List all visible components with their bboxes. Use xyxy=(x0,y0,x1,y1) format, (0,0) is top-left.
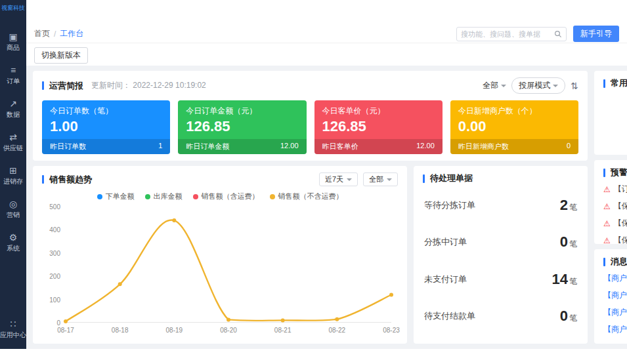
briefing-header: 运营简报 更新时间： 2022-12-29 10:19:02 全部 投屏模式 xyxy=(42,77,578,94)
alert-item[interactable]: ⚠ 【保质期】 xyxy=(603,235,627,244)
breadcrumb-current[interactable]: 工作台 xyxy=(60,28,83,39)
x-tick-label: 08-23 xyxy=(383,327,400,334)
alert-item[interactable]: ⚠ 【订单】 xyxy=(603,184,627,195)
briefing-title: 运营简报 xyxy=(49,80,83,92)
stat-card-footer: 昨日订单数 1 xyxy=(42,139,170,154)
notice-item[interactable]: 【商户注册】 xyxy=(603,273,627,284)
stat-card-footer-value: 0 xyxy=(567,142,571,152)
legend-dot xyxy=(193,194,198,199)
main-area: 首页 / 工作台 新手引导 切换新版本 xyxy=(26,0,627,349)
supply-chain-icon: ⇄ xyxy=(9,132,17,142)
search-icon[interactable] xyxy=(554,30,562,38)
legend-item[interactable]: 出库金额 xyxy=(145,192,183,201)
alert-warning-icon: ⚠ xyxy=(603,185,611,194)
x-axis: 08-1708-1808-1908-2008-2108-2208-23 xyxy=(66,327,391,336)
topbar-right: 新手引导 xyxy=(456,26,619,42)
breadcrumb-separator: / xyxy=(54,30,56,39)
order-list-icon: ≡ xyxy=(11,66,16,75)
stat-card-value: 1.00 xyxy=(50,118,162,135)
sidebar-item-supply-chain[interactable]: ⇄ 供应链 xyxy=(0,126,26,159)
sidebar-item-label: 商品 xyxy=(7,43,20,52)
stat-card-order-amount-today: 今日订单金额（元） 126.85 昨日订单金额 12.00 xyxy=(178,100,306,154)
pending-row-unit: 笔 xyxy=(569,313,577,323)
switch-version-button[interactable]: 切换新版本 xyxy=(34,47,88,64)
data-point-marker xyxy=(172,218,176,222)
marketing-target-icon: ◎ xyxy=(9,199,17,209)
pending-row-unpaid[interactable]: 未支付订单 14笔 xyxy=(424,271,577,288)
pending-row-sorting[interactable]: 分拣中订单 0笔 xyxy=(424,233,577,251)
y-tick-label: 100 xyxy=(49,296,60,303)
sidebar-item-marketing[interactable]: ◎ 营销 xyxy=(0,193,26,226)
sidebar-item-app-center[interactable]: ∷ 应用中心 xyxy=(0,313,26,349)
sidebar-item-products[interactable]: ▣ 商品 xyxy=(0,26,26,59)
chevron-down-icon xyxy=(553,85,558,90)
notice-item[interactable]: 【商户注册】 xyxy=(603,307,627,318)
alert-warning-icon: ⚠ xyxy=(603,236,611,245)
scope-select[interactable]: 全部 xyxy=(363,172,398,186)
sidebar-item-label: 应用中心 xyxy=(0,331,26,340)
app-root: 视窗科技 ▣ 商品 ≡ 订单 ↗ 数据 ⇄ 供应链 xyxy=(0,0,627,349)
sidebar-nav: ▣ 商品 ≡ 订单 ↗ 数据 ⇄ 供应链 ⊞ 进销存 xyxy=(0,26,26,260)
sidebar-item-inventory[interactable]: ⊞ 进销存 xyxy=(0,159,26,193)
top-spacer xyxy=(26,0,627,25)
notice-item[interactable]: 【商户注册】 xyxy=(603,290,627,301)
data-point-marker xyxy=(118,282,122,286)
pending-row-waiting-sorting[interactable]: 等待分拣订单 2笔 xyxy=(424,197,577,214)
legend-item[interactable]: 下单金额 xyxy=(97,192,135,201)
pending-title: 待处理单据 xyxy=(430,172,473,184)
page: 视窗科技 ▣ 商品 ≡ 订单 ↗ 数据 ⇄ 供应链 xyxy=(0,0,627,364)
data-point-marker xyxy=(64,319,68,323)
notice-item-label: 【商户注册】 xyxy=(603,324,627,335)
date-range-select[interactable]: 近7天 xyxy=(319,172,358,186)
legend-item[interactable]: 销售额（不含运费） xyxy=(270,192,343,201)
stat-card-footer-label: 昨日客单价 xyxy=(322,142,358,152)
y-tick-label: 300 xyxy=(49,249,60,256)
sidebar-item-system[interactable]: ⚙ 系统 xyxy=(0,226,26,260)
chart-trend-icon: ↗ xyxy=(9,99,17,108)
x-tick-label: 08-18 xyxy=(112,327,129,334)
briefing-scope-select[interactable]: 全部 xyxy=(483,80,506,91)
product-box-icon: ▣ xyxy=(9,32,17,41)
sidebar-item-data[interactable]: ↗ 数据 xyxy=(0,92,26,126)
title-accent-bar xyxy=(42,175,44,184)
pending-row-value: 0笔 xyxy=(560,233,577,251)
chevron-down-icon xyxy=(501,85,506,90)
stat-card-new-merchants-today: 今日新增商户数（个） 0.00 昨日新增商户数 0 xyxy=(450,100,578,154)
pending-row-settlement[interactable]: 待支付结款单 0笔 xyxy=(424,308,577,325)
stat-card-footer: 昨日客单价 12.00 xyxy=(314,139,443,154)
search-input[interactable] xyxy=(461,30,554,38)
legend-dot xyxy=(270,194,275,199)
briefing-update-time: 更新时间： 2022-12-29 10:19:02 xyxy=(91,80,206,91)
breadcrumb: 首页 / 工作台 xyxy=(34,28,83,39)
briefing-scope-label: 全部 xyxy=(483,80,498,91)
legend-item[interactable]: 销售额（含运费） xyxy=(193,192,259,201)
screen-mode-button[interactable]: 投屏模式 xyxy=(511,77,565,94)
stat-card-footer-label: 昨日订单金额 xyxy=(186,142,229,152)
stat-card-footer: 昨日新增商户数 0 xyxy=(450,139,578,154)
x-tick-label: 08-22 xyxy=(329,327,346,334)
x-tick-label: 08-19 xyxy=(166,327,183,334)
alert-item[interactable]: ⚠ 【保质期】 xyxy=(603,201,627,212)
guide-button[interactable]: 新手引导 xyxy=(573,26,619,42)
gear-icon: ⚙ xyxy=(9,233,18,242)
trend-line xyxy=(66,220,391,321)
stat-card-footer-value: 12.00 xyxy=(280,142,299,152)
panel-settings-icon[interactable]: ⇅ xyxy=(571,81,578,91)
alert-item[interactable]: ⚠ 【保质期】 xyxy=(603,218,627,229)
x-tick-label: 08-20 xyxy=(220,327,237,334)
notices-title: 消息通知 xyxy=(611,256,627,268)
sidebar-item-label: 供应链 xyxy=(3,144,23,153)
scope-label: 全部 xyxy=(369,174,383,184)
title-accent-bar xyxy=(603,79,605,88)
notice-item-label: 【商户注册】 xyxy=(603,307,627,318)
y-tick-label: 0 xyxy=(56,319,60,327)
pending-header: 待处理单据 xyxy=(423,172,578,184)
stat-card-value: 0.00 xyxy=(458,118,571,135)
subbar: 切换新版本 xyxy=(26,43,627,66)
legend-dot xyxy=(145,194,150,199)
notice-item[interactable]: 【商户注册】 xyxy=(603,324,627,335)
x-tick-label: 08-17 xyxy=(57,327,74,334)
sidebar-item-orders[interactable]: ≡ 订单 xyxy=(0,59,26,92)
stat-card-footer-value: 1 xyxy=(158,142,162,152)
breadcrumb-home[interactable]: 首页 xyxy=(34,28,50,39)
